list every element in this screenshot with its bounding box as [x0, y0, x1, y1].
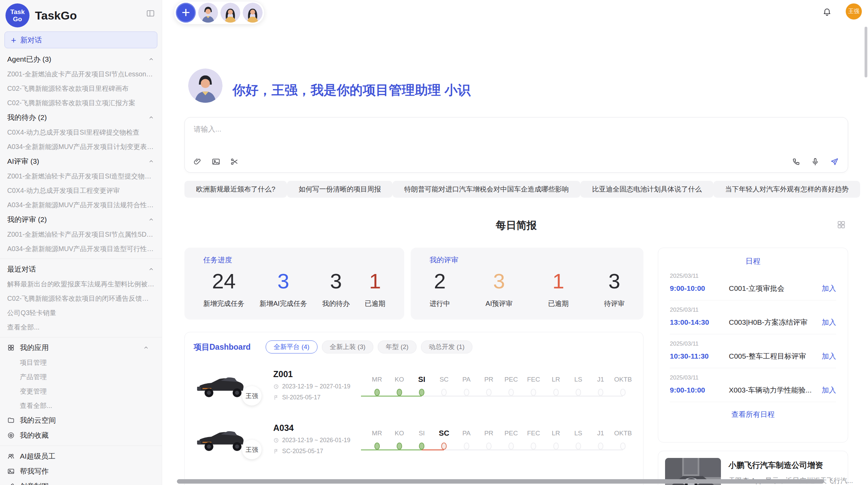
join-link[interactable]: 加入 [822, 318, 836, 327]
milestone-label: LR [545, 375, 567, 384]
phone-icon[interactable] [792, 157, 800, 166]
image-icon[interactable] [212, 157, 220, 166]
card-title: 我的评审 [430, 255, 625, 265]
join-link[interactable]: 加入 [822, 385, 836, 395]
list-item[interactable]: C02-飞腾新能源轻客改款项目里程碑画布 [0, 81, 162, 96]
sidebar-item-creative-draw[interactable]: 创意制图 [0, 479, 162, 485]
section-my-todo[interactable]: 我的待办 (2) [0, 110, 162, 125]
filter-chip-new-body[interactable]: 全新上装 (3) [322, 340, 374, 353]
stat-label: 已逾期 [365, 299, 385, 308]
milestone-label: MR [366, 375, 388, 384]
filter-chip-year-model[interactable]: 年型 (2) [378, 340, 417, 353]
divider [0, 259, 162, 259]
suggestion-chip[interactable]: 特朗普可能对进口汽车增税会对中国车企造成哪些影响 [393, 181, 580, 198]
stat-label: 已逾期 [548, 299, 569, 308]
chat-input[interactable] [190, 121, 781, 137]
paperclip-icon[interactable] [193, 157, 202, 166]
project-row-a034[interactable]: 王强 A034 2023-12-19 ~ 2026-01-19 SC-2025-… [194, 412, 634, 466]
dashboard-title: 项目Dashboard [194, 342, 251, 352]
star-medal-icon [7, 432, 15, 439]
section-agent-done[interactable]: Agent已办 (3) [0, 52, 162, 67]
vertical-scrollbar[interactable] [865, 27, 867, 77]
app-item-project-mgmt[interactable]: 项目管理 [0, 355, 162, 370]
milestone-label: LR [545, 428, 567, 438]
layout-grid-icon[interactable] [836, 220, 846, 229]
news-title: 小鹏飞行汽车制造公司增资 [728, 460, 853, 471]
filter-chip-powertrain[interactable]: 动总开发 (1) [421, 340, 473, 353]
schedule-time: 10:30-11:30 [670, 352, 729, 360]
project-info: Z001 2023-12-19 ~ 2027-01-19 SI-2025-05-… [273, 369, 360, 401]
chevron-up-icon [148, 158, 154, 164]
milestone-label: PEC [500, 375, 522, 384]
schedule-entry: 2025/03/11 9:00-10:00 C001-立项审批会 加入 [670, 266, 836, 300]
suggestion-chip[interactable]: 欧洲新规最近颁布了什么? [184, 181, 287, 198]
filter-chip-new-platform[interactable]: 全新平台 (4) [266, 340, 317, 353]
view-all-schedule-link[interactable]: 查看所有日程 [670, 410, 836, 419]
list-item[interactable]: Z001-全新燃油轻卡产品开发项目SI节点属性5D文件评审 [0, 227, 162, 241]
scissors-icon[interactable] [230, 157, 239, 166]
list-item[interactable]: Z001-全新燃油皮卡产品开发项目SI节点Lesson Learn报告 [0, 67, 162, 81]
list-item[interactable]: C02-飞腾新能源轻客改款项目立项汇报方案 [0, 96, 162, 110]
section-recent-chats[interactable]: 最近对话 [0, 262, 162, 277]
milestone-label: KO [388, 375, 410, 384]
schedule-date: 2025/03/11 [670, 273, 836, 279]
taskgo-app: Task Go TaskGo + 新对话 Agent已办 (3) Z001-全新… [0, 0, 868, 485]
milestone-label: LS [567, 428, 589, 438]
schedule-name: X003-车辆动力学性能验... [729, 385, 817, 395]
section-title: Agent已办 (3) [7, 54, 51, 64]
sidebar-item-cloud-space[interactable]: 我的云空间 [0, 413, 162, 428]
view-all-apps[interactable]: 查看全部... [0, 398, 162, 413]
chevron-up-icon [143, 345, 149, 351]
list-item[interactable]: A034-全新新能源MUV产品开发项目计划变更表编写 [0, 139, 162, 154]
milestone-timeline: MR KO SI SC PA PR PEC FEC LR LS J1 OKTB [366, 428, 634, 450]
stat-label: 新增完成任务 [203, 299, 244, 308]
sidebar-collapse-icon[interactable] [146, 9, 155, 18]
horizontal-scrollbar[interactable] [177, 479, 824, 484]
suggestion-chip[interactable]: 如何写一份清晰的项目周报 [287, 181, 393, 198]
schedule-entry: 2025/03/11 13:00-14:30 C003|H0B-方案冻结评审 加… [670, 300, 836, 334]
milestone-dot [531, 443, 536, 450]
suggestion-chip[interactable]: 当下年轻人对汽车外观有怎样的喜好趋势 [713, 181, 860, 198]
join-link[interactable]: 加入 [822, 284, 836, 293]
app-item-change-mgmt[interactable]: 变更管理 [0, 384, 162, 398]
new-chat-button[interactable]: + 新对话 [4, 32, 157, 48]
section-my-review[interactable]: 我的评审 (2) [0, 212, 162, 227]
list-item[interactable]: A034-全新新能源MUV产品开发项目造型可行性评审 [0, 241, 162, 256]
milestone-label-current: SC [433, 428, 455, 438]
sidebar-item-help-write[interactable]: 帮我写作 [0, 464, 162, 479]
milestone-dot [620, 443, 626, 450]
app-item-product-mgmt[interactable]: 产品管理 [0, 370, 162, 384]
greeting-title: 你好，王强，我是你的项目管理助理 小识 [232, 82, 471, 99]
sidebar-item-label: AI超级员工 [20, 451, 56, 461]
chevron-up-icon [148, 114, 154, 121]
user-avatar[interactable]: 王强 [846, 3, 862, 20]
join-link[interactable]: 加入 [822, 351, 836, 361]
list-item[interactable]: C02-飞腾新能源轻客改款项目的闭环通告反馈情况 [0, 291, 162, 306]
dashboard-header: 项目Dashboard 全新平台 (4) 全新上装 (3) 年型 (2) 动总开… [194, 340, 634, 353]
clock-icon [273, 384, 279, 389]
sidebar-item-label: 我的应用 [20, 343, 49, 352]
send-icon[interactable] [830, 157, 839, 166]
list-item[interactable]: C0X4-动力总成开发项目工程变更评审 [0, 183, 162, 198]
view-all-chats[interactable]: 查看全部... [0, 320, 162, 334]
list-item[interactable]: 解释最新出台的欧盟报废车法规再生塑料比例被调至15%... [0, 277, 162, 291]
stat-pending-review: 3 待评审 [604, 270, 625, 308]
mic-icon[interactable] [811, 157, 820, 166]
suggestion-chip[interactable]: 比亚迪全固态电池计划具体说了什么 [580, 181, 713, 198]
sidebar-item-ai-employee[interactable]: AI超级员工 [0, 449, 162, 464]
list-item[interactable]: A034-全新新能源MUV产品开发项目法规符合性评审 [0, 198, 162, 212]
list-item[interactable]: C0X4-动力总成开发项目SI里程碑提交物检查 [0, 125, 162, 139]
milestone-dot [374, 443, 380, 450]
stat-label: 我的待办 [322, 299, 350, 308]
content-column: 你好，王强，我是你的项目管理助理 小识 欧洲新规最近颁布了什么? 如何写一份清晰… [184, 0, 848, 485]
project-row-z001[interactable]: 王强 Z001 2023-12-19 ~ 2027-01-19 SI-2025-… [194, 358, 634, 412]
card-title: 任务进度 [203, 255, 385, 265]
sidebar-item-my-apps[interactable]: 我的应用 [0, 340, 162, 355]
sidebar-item-favorites[interactable]: 我的收藏 [0, 428, 162, 443]
logo-row: Task Go TaskGo [0, 0, 162, 29]
section-ai-review[interactable]: AI评审 (3) [0, 154, 162, 169]
list-item[interactable]: Z001-全新燃油轻卡产品开发项目SI造型提交物评审 [0, 169, 162, 183]
milestone-dot [598, 443, 603, 450]
list-item[interactable]: 公司Q3轻卡销量 [0, 306, 162, 320]
sidebar-item-label: 创意制图 [20, 482, 49, 485]
